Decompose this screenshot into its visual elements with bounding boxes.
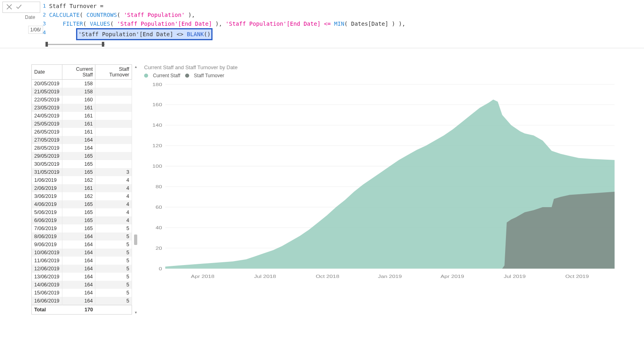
svg-text:Jan 2019: Jan 2019 <box>378 274 402 279</box>
scroll-thumb[interactable] <box>134 234 137 245</box>
svg-text:Apr 2018: Apr 2018 <box>191 274 215 279</box>
svg-text:120: 120 <box>153 143 162 148</box>
table-row[interactable]: 30/05/2019165 <box>32 160 132 168</box>
formula-commit-controls <box>2 2 40 13</box>
table-row[interactable]: 22/05/2019160 <box>32 96 132 104</box>
column-header[interactable]: Staff Turnover <box>95 65 132 80</box>
table-row[interactable]: 20/05/2019158 <box>32 80 132 88</box>
svg-text:80: 80 <box>156 184 162 189</box>
dax-formula-editor[interactable]: 1Staff Turnover = 2CALCULATE( COUNTROWS(… <box>40 2 640 40</box>
commit-icon[interactable] <box>16 4 22 11</box>
table-row[interactable]: 12/06/20191645 <box>32 265 132 273</box>
table-row[interactable]: 9/06/20191645 <box>32 241 132 249</box>
table-row[interactable]: 28/05/2019164 <box>32 144 132 152</box>
measure-name: Staff Turnover <box>49 3 97 9</box>
table-row[interactable]: 13/06/20191645 <box>32 273 132 281</box>
svg-text:140: 140 <box>153 123 162 128</box>
svg-text:0: 0 <box>159 266 162 271</box>
cancel-icon[interactable] <box>6 4 12 11</box>
date-slicer-thumb-right[interactable] <box>102 42 104 47</box>
column-header[interactable]: Current Staff <box>62 65 95 80</box>
table-row[interactable]: 16/06/20191645 <box>32 297 132 305</box>
table-row[interactable]: 29/05/2019165 <box>32 152 132 160</box>
chart-legend: Current Staff Staff Turnover <box>144 73 620 78</box>
svg-text:Jul 2018: Jul 2018 <box>254 274 276 279</box>
legend-swatch-turnover <box>185 74 189 78</box>
table-row[interactable]: 2/06/20191614 <box>32 184 132 192</box>
total-value: 170 <box>62 305 95 315</box>
svg-text:40: 40 <box>156 225 162 230</box>
formula-bar-area: Date 1/06/ 1Staff Turnover = 2CALCULATE(… <box>0 0 644 48</box>
data-table-visual[interactable]: DateCurrent StaffStaff Turnover 20/05/20… <box>31 64 132 315</box>
table-row[interactable]: 5/06/20191654 <box>32 208 132 216</box>
table-row[interactable]: 14/06/20191645 <box>32 281 132 289</box>
legend-swatch-current <box>144 74 148 78</box>
chart-title: Current Staff and Staff Turnover by Date <box>144 64 620 70</box>
table-scrollbar[interactable]: ▴ ▾ <box>133 64 138 315</box>
scroll-down-icon[interactable]: ▾ <box>135 310 137 315</box>
total-label: Total <box>32 305 62 315</box>
svg-text:20: 20 <box>156 245 162 251</box>
table-row[interactable]: 27/05/2019164 <box>32 136 132 144</box>
formula-highlighted-fragment: 'Staff Population'[End Date] <> BLANK() <box>76 28 213 40</box>
date-slicer-thumb-left[interactable] <box>45 42 48 47</box>
slicer-header: Date <box>25 14 35 20</box>
table-row[interactable]: 3/06/20191624 <box>32 192 132 200</box>
scroll-up-icon[interactable]: ▴ <box>135 64 137 69</box>
svg-text:180: 180 <box>153 82 162 87</box>
table-row[interactable]: 15/06/20191645 <box>32 289 132 297</box>
table-row[interactable]: 24/05/2019161 <box>32 112 132 120</box>
table-row[interactable]: 25/05/2019161 <box>32 120 132 128</box>
table-row[interactable]: 7/06/20191655 <box>32 224 132 232</box>
table-row[interactable]: 11/06/20191645 <box>32 257 132 265</box>
legend-label-current: Current Staff <box>153 73 180 78</box>
date-slicer-track[interactable] <box>47 44 105 45</box>
column-header[interactable]: Date <box>32 65 62 80</box>
svg-text:Oct 2018: Oct 2018 <box>316 274 339 279</box>
table-row[interactable]: 23/05/2019161 <box>32 104 132 112</box>
table-row[interactable]: 26/05/2019161 <box>32 128 132 136</box>
table-row[interactable]: 1/06/20191624 <box>32 176 132 184</box>
table-row[interactable]: 6/06/20191654 <box>32 216 132 224</box>
svg-text:Jul 2019: Jul 2019 <box>504 274 526 279</box>
svg-text:60: 60 <box>156 205 162 210</box>
svg-text:Oct 2019: Oct 2019 <box>566 274 589 279</box>
table-row[interactable]: 8/06/20191645 <box>32 232 132 241</box>
table-row[interactable]: 10/06/20191645 <box>32 249 132 257</box>
svg-text:160: 160 <box>153 102 162 107</box>
chart-svg: 020406080100120140160180 Apr 2018Jul 201… <box>144 80 620 281</box>
svg-text:Apr 2019: Apr 2019 <box>440 274 464 279</box>
table-row[interactable]: 4/06/20191654 <box>32 200 132 208</box>
table-row[interactable]: 21/05/2019158 <box>32 88 132 96</box>
table-row[interactable]: 31/05/20191653 <box>32 168 132 176</box>
svg-text:100: 100 <box>153 164 162 169</box>
area-chart-visual[interactable]: Current Staff and Staff Turnover by Date… <box>144 64 620 282</box>
legend-label-turnover: Staff Turnover <box>194 73 224 78</box>
